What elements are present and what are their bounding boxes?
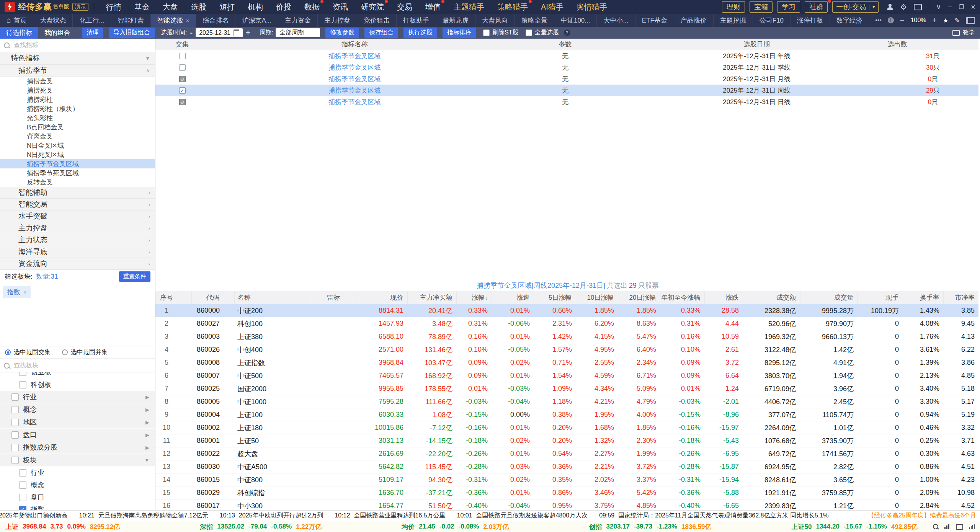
stock-col-涨跌[interactable]: 涨跌 (704, 291, 743, 304)
indicator-row[interactable]: ✓捕捞季节金叉区域无2025年-12月-31日 季线30只 (155, 62, 978, 73)
signal-icon[interactable] (969, 524, 975, 529)
tab-竞价狙击[interactable]: 竞价狙击 (357, 14, 397, 27)
stock-col-换手率[interactable]: 换手率 (903, 291, 943, 304)
topnav-item-机构[interactable]: 机构 (248, 2, 263, 12)
tree-item-光头彩柱[interactable]: 光头彩柱 (0, 113, 155, 122)
top-button-社群[interactable]: 社群 (805, 1, 828, 13)
news-item[interactable]: 10:21元旦假期海南离岛免税购物金额7.12亿元 (68, 512, 208, 520)
sector-item-板块[interactable]: ✓板块▼ (0, 454, 155, 467)
intersect-checkbox[interactable]: ✓ (179, 53, 186, 59)
sector-search-input[interactable] (13, 362, 151, 369)
sector-item-创业板[interactable]: ✓创业板 (0, 372, 155, 379)
news-item[interactable]: 10:132025年中欧班列开行超过2万列 (208, 512, 323, 520)
tab-主题挖掘[interactable]: 主题挖掘 (714, 14, 753, 27)
tree-item-主力控盘[interactable]: 主力控盘› (0, 222, 155, 234)
alert-icon[interactable]: ! (888, 17, 894, 23)
sector-checkbox[interactable]: ✓ (19, 381, 26, 388)
star-icon[interactable]: ★ (943, 17, 948, 24)
quote-深指[interactable]: 深指13525.02-79.04-0.58%1.22万亿 (200, 522, 322, 531)
tab-主力资金[interactable]: 主力资金 (278, 14, 318, 27)
tree-item-捕捞死叉[interactable]: 捕捞死叉 (0, 86, 155, 95)
sector-item-科创板[interactable]: ✓科创板 (0, 379, 155, 391)
stock-col-序号[interactable]: 序号 (155, 291, 178, 304)
tree-item-捕捞季节金叉区域[interactable]: 捕捞季节金叉区域 (0, 159, 155, 168)
tree-item-背离金叉[interactable]: 背离金叉 (0, 132, 155, 141)
indicator-name-link[interactable]: 捕捞季节金叉区域 (328, 52, 381, 60)
stock-row-860025[interactable]: 7860025国证20009955.85178.55亿0.01%-0.03%1.… (155, 382, 978, 395)
stock-col-10日涨幅[interactable]: 10日涨幅 (576, 291, 618, 304)
sector-item-盘口[interactable]: ✓盘口▶ (0, 429, 155, 441)
quote-上证[interactable]: 上证3968.843.730.09%8295.12亿 (5, 522, 120, 531)
tab-大中小...[interactable]: 大中小... (597, 14, 635, 27)
sector-item-行业[interactable]: ✓行业▶ (0, 391, 155, 403)
topnav-item-短打[interactable]: 短打 (219, 2, 235, 12)
topnav-item-主题猎手[interactable]: 主题猎手 (454, 2, 484, 12)
stock-col-blank[interactable] (178, 291, 191, 304)
tree-item-捕捞季节死叉区域[interactable]: 捕捞季节死叉区域 (0, 168, 155, 178)
promo-text[interactable]: 【经传多赢25周年庆】续费最高送6个月 (859, 512, 976, 520)
sector-checkbox[interactable]: ✓ (19, 372, 26, 376)
sector-item-指数[interactable]: ✓指数 (0, 503, 155, 510)
tab-中证100...[interactable]: 中证100... (554, 14, 597, 27)
sector-checkbox[interactable]: ✓ (11, 419, 19, 426)
tab-my-combos[interactable]: 我的组合 (38, 27, 77, 39)
quote-上证50[interactable]: 上证501344.20-15.67-1.15%492.85亿 (792, 522, 918, 531)
broker-trade-button[interactable]: 一创-交易 ▾ (832, 1, 879, 13)
radio-union[interactable]: 选中范围并集 (62, 348, 108, 356)
tab-大盘风向[interactable]: 大盘风向 (475, 14, 515, 27)
chart-bar-icon[interactable] (944, 524, 950, 529)
tree-item-智能交易[interactable]: 智能交易› (0, 199, 155, 211)
topnav-item-AI猎手[interactable]: AI猎手 (541, 2, 564, 12)
import-old-combo-button[interactable]: 导入旧版组合 (109, 28, 155, 38)
news-item[interactable]: 10:01全国铁路元旦假期发送旅客超4800万人次 (446, 512, 588, 520)
tab-最新龙虎[interactable]: 最新龙虎 (436, 14, 475, 27)
tab-智能选股[interactable]: 智能选股× (151, 14, 196, 27)
user-icon[interactable] (887, 4, 893, 10)
stock-col-代码[interactable]: 代码 (191, 291, 234, 304)
stock-row-860030[interactable]: 13860030中证A5005642.82115.45亿-0.28%0.03%0… (155, 460, 978, 473)
tree-item-捕捞彩柱（板块）[interactable]: 捕捞彩柱（板块） (0, 104, 155, 113)
topnav-item-数据[interactable]: 数据 (304, 2, 320, 12)
stock-col-现价[interactable]: 现价 (356, 291, 407, 304)
tree-item-捕捞季节[interactable]: 捕捞季节∨ (0, 65, 155, 77)
stock-row-860001[interactable]: 11860001上证503031.13-14.15亿-0.18%0.02%0.2… (155, 434, 978, 447)
stock-row-860029[interactable]: 15860029科创综指1636.70-37.21亿-0.36%0.01%0.8… (155, 486, 978, 499)
close-tab-icon[interactable]: × (186, 17, 189, 24)
period-select[interactable]: 全部周期 (276, 28, 320, 37)
topnav-item-舆情猎手[interactable]: 舆情猎手 (577, 2, 607, 12)
tab-化工行...[interactable]: 化工行... (73, 14, 111, 27)
tab-pending-indicators[interactable]: 待选指标 (0, 27, 38, 39)
tab-打板助手[interactable]: 打板助手 (397, 14, 436, 27)
clean-button[interactable]: 清理 (82, 28, 103, 38)
date-plus-button[interactable]: + (246, 28, 250, 37)
tab-主力控盘[interactable]: 主力控盘 (318, 14, 357, 27)
sector-checkbox[interactable]: ✓ (11, 406, 19, 413)
sector-checkbox[interactable]: ✓ (19, 469, 26, 477)
sector-item-行业[interactable]: ✓行业 (0, 467, 155, 479)
sector-checkbox[interactable]: ✓ (19, 506, 26, 511)
stock-row-860026[interactable]: 4860026中创4002571.00131.46亿0.10%-0.05%1.5… (155, 343, 978, 356)
tree-item-捕捞金叉[interactable]: 捕捞金叉 (0, 77, 155, 86)
stock-col-名称[interactable]: 名称 (234, 291, 311, 304)
tab-策略全景[interactable]: 策略全景 (515, 14, 554, 27)
stock-row-860027[interactable]: 2860027科创1001457.933.48亿0.31%-0.06%2.31%… (155, 317, 978, 330)
tab-综合排名[interactable]: 综合排名 (196, 14, 235, 27)
stock-col-主力净买额[interactable]: 主力净买额 (407, 291, 456, 304)
stock-col-涨幅[interactable]: 涨幅↓ (456, 291, 492, 304)
date-minus-button[interactable]: - (190, 28, 193, 37)
pencil-icon[interactable]: ✎ (955, 17, 960, 24)
more-tabs-icon[interactable]: ••• (875, 17, 882, 24)
stock-row-860003[interactable]: 3860003上证3806588.1078.89亿0.16%0.01%1.42%… (155, 330, 978, 343)
gear-icon[interactable]: ⚙ (900, 2, 907, 11)
layout-icon[interactable] (966, 17, 975, 24)
select-all-checkbox[interactable] (526, 29, 532, 36)
remove-st-checkbox[interactable] (483, 29, 490, 36)
stock-row-860022[interactable]: 12860022超大盘2616.69-22.20亿-0.26%0.01%0.54… (155, 447, 978, 460)
stock-row-860000[interactable]: 1860000中证2008814.3120.41亿0.33%0.01%0.66%… (155, 304, 978, 317)
indicator-name-link[interactable]: 捕捞季节金叉区域 (328, 87, 381, 94)
tree-item-海洋寻底[interactable]: 海洋寻底› (0, 246, 155, 258)
modify-params-button[interactable]: 修改参数 (325, 28, 359, 38)
sector-checkbox[interactable]: ✓ (11, 457, 19, 464)
tree-item-B点回档金叉[interactable]: B点回档金叉 (0, 122, 155, 132)
sector-item-概念[interactable]: ✓概念 (0, 479, 155, 491)
